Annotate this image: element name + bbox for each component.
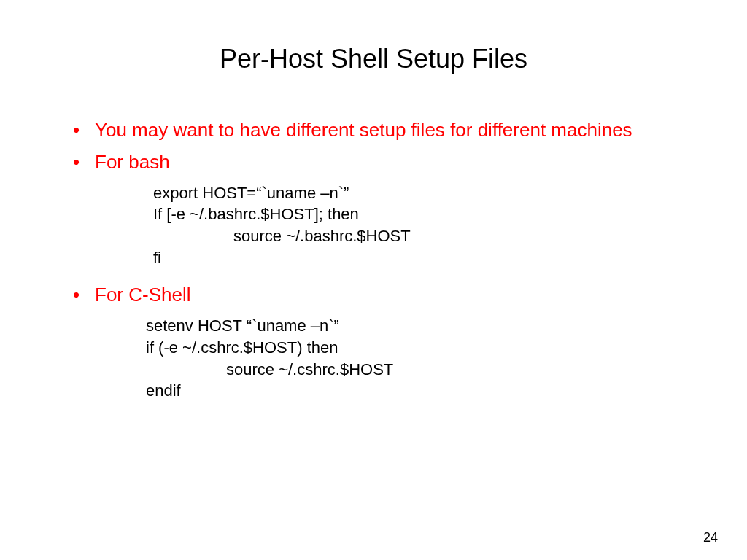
code-line: export HOST=“`uname –n`” [153,184,349,202]
code-block-bash: export HOST=“`uname –n`” If [-e ~/.bashr… [153,182,689,269]
code-line: source ~/.cshrc.$HOST [226,360,393,378]
code-line: fi [153,249,161,267]
code-line: if (-e ~/.cshrc.$HOST) then [146,338,338,357]
code-line: If [-e ~/.bashrc.$HOST]; then [153,205,359,223]
code-line: source ~/.bashrc.$HOST [233,227,411,245]
slide: Per-Host Shell Setup Files You may want … [0,0,747,560]
code-line: setenv HOST “`uname –n`” [146,316,339,335]
bullet-item-3: For C-Shell [73,283,689,308]
code-line: endif [146,381,181,400]
slide-title: Per-Host Shell Setup Files [58,44,689,74]
code-block-csh: setenv HOST “`uname –n`” if (-e ~/.cshrc… [146,315,689,402]
page-number: 24 [703,530,718,545]
bullet-item-2: For bash [73,150,689,175]
bullet-list: You may want to have different setup fil… [58,118,689,175]
bullet-list: For C-Shell [58,283,689,308]
bullet-item-1: You may want to have different setup fil… [73,118,689,143]
